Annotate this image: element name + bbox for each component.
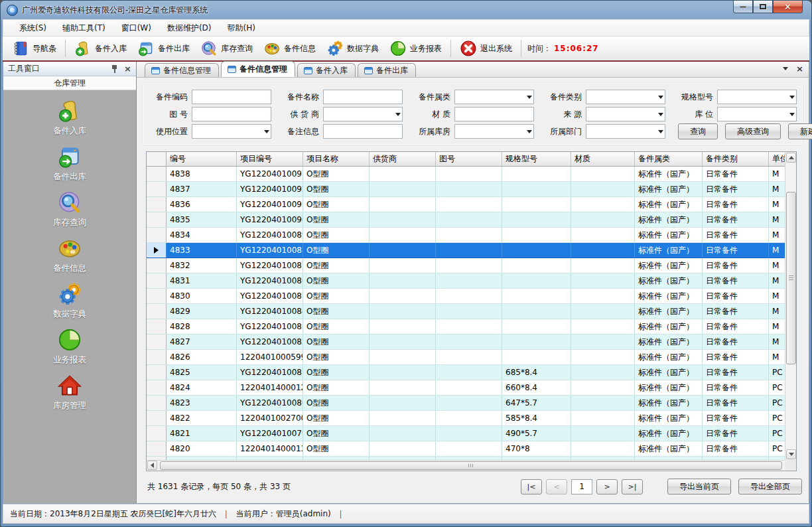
- menu-item-帮助H[interactable]: 帮助(H): [220, 20, 263, 37]
- table-row[interactable]: 4835YG12204010090O型圈标准件（国产）日常备件M: [147, 212, 785, 228]
- toolbar-button-query[interactable]: 库存查询: [195, 38, 258, 58]
- sidebar-item-数据字典[interactable]: 数据字典: [23, 281, 116, 327]
- row-selector[interactable]: [147, 228, 167, 242]
- table-row[interactable]: 4838YG12204010093O型圈标准件（国产）日常备件M: [147, 167, 785, 182]
- sidebar-item-备件信息[interactable]: 备件信息: [23, 236, 116, 281]
- row-selector[interactable]: [147, 426, 167, 441]
- table-row[interactable]: 4821YG12204010079O型圈490*5.7标准件（国产）日常备件PC: [147, 426, 785, 441]
- tab-备件信息管理-1[interactable]: 备件信息管理: [221, 61, 295, 77]
- row-selector[interactable]: [147, 289, 167, 303]
- row-selector[interactable]: [147, 335, 167, 349]
- table-row[interactable]: 48221220401002700O型圈585*8.4标准件（国产）日常备件PC: [147, 411, 785, 426]
- select-库位[interactable]: [717, 107, 797, 121]
- row-selector[interactable]: [147, 243, 167, 258]
- input-备件编码[interactable]: [192, 90, 271, 104]
- first-page-button[interactable]: |<: [521, 479, 542, 494]
- maximize-button[interactable]: [753, 1, 773, 13]
- row-selector[interactable]: [147, 304, 167, 319]
- row-selector[interactable]: [147, 319, 167, 334]
- column-header-备件类别[interactable]: 备件类别: [703, 152, 769, 166]
- sidebar-item-业务报表[interactable]: 业务报表: [23, 327, 116, 373]
- select-供货商[interactable]: [323, 107, 403, 121]
- select-规格型号[interactable]: [717, 90, 797, 104]
- toolbar-button-outbound[interactable]: 备件出库: [132, 38, 195, 58]
- last-page-button[interactable]: >|: [622, 479, 643, 494]
- column-header-项目编号[interactable]: 项目编号: [237, 152, 303, 166]
- tab-close-icon[interactable]: ×: [796, 64, 803, 73]
- toolbar-button-info[interactable]: 备件信息: [258, 38, 321, 58]
- sidebar-item-备件出库[interactable]: 备件出库: [23, 144, 116, 190]
- tab-备件信息管理-0[interactable]: 备件信息管理: [145, 63, 219, 77]
- row-selector[interactable]: [147, 273, 167, 288]
- toolbar-button-report[interactable]: 业务报表: [384, 38, 447, 58]
- export-all-pages-button[interactable]: 导出全部页: [738, 479, 802, 494]
- row-selector[interactable]: [147, 441, 167, 456]
- export-current-page-button[interactable]: 导出当前页: [667, 479, 731, 494]
- menu-item-系统S[interactable]: 系统(S): [11, 20, 54, 37]
- table-row[interactable]: 48201220401400013O型圈470*8标准件（国产）日常备件PC: [147, 441, 785, 457]
- minimize-button[interactable]: [733, 1, 753, 13]
- sidebar-item-库存查询[interactable]: 库存查询: [23, 190, 116, 236]
- row-selector[interactable]: [147, 182, 167, 196]
- page-number-input[interactable]: [571, 479, 592, 494]
- row-selector[interactable]: [147, 197, 167, 212]
- pin-icon[interactable]: [111, 65, 118, 73]
- table-row[interactable]: 48241220401400012O型圈660*8.4标准件（国产）日常备件PC: [147, 380, 785, 396]
- row-selector[interactable]: [147, 350, 167, 364]
- input-材质[interactable]: [454, 107, 534, 121]
- column-header-项目名称[interactable]: 项目名称: [303, 152, 370, 166]
- vertical-scrollbar[interactable]: [785, 152, 796, 460]
- vertical-scroll-thumb[interactable]: [786, 192, 796, 364]
- row-selector[interactable]: [147, 411, 167, 425]
- close-button[interactable]: ✕: [773, 1, 803, 13]
- row-selector[interactable]: [147, 258, 167, 273]
- column-header-供货商[interactable]: 供货商: [370, 152, 436, 166]
- next-page-button[interactable]: >: [596, 479, 618, 494]
- row-selector[interactable]: [147, 167, 167, 181]
- menu-item-辅助工具T[interactable]: 辅助工具(T): [54, 20, 113, 37]
- sidebar-item-备件入库[interactable]: 备件入库: [23, 98, 116, 144]
- menu-item-数据维护D[interactable]: 数据维护(D): [159, 20, 220, 37]
- select-来源[interactable]: [586, 107, 665, 121]
- tab-list-dropdown-icon[interactable]: [783, 67, 788, 70]
- toolbar-button-dict[interactable]: 数据字典: [321, 38, 384, 58]
- table-row[interactable]: 48261220401000599O型圈标准件（国产）日常备件M: [147, 350, 785, 365]
- sidebar-section-header[interactable]: 仓库管理: [3, 76, 136, 90]
- table-row[interactable]: 4832YG12204010087O型圈标准件（国产）日常备件M: [147, 258, 785, 273]
- select-所属部门[interactable]: [586, 124, 665, 139]
- form-button-查询[interactable]: 查询: [678, 123, 718, 139]
- row-selector[interactable]: [147, 380, 167, 395]
- column-header-编号[interactable]: 编号: [167, 152, 237, 166]
- row-selector[interactable]: [147, 212, 167, 227]
- column-header-图号[interactable]: 图号: [436, 152, 502, 166]
- table-row[interactable]: 4829YG12204010084O型圈标准件（国产）日常备件M: [147, 304, 785, 319]
- toolbar-button-exit[interactable]: 退出系统: [454, 38, 517, 58]
- input-备注信息[interactable]: [323, 124, 403, 139]
- horizontal-scrollbar[interactable]: [147, 460, 785, 471]
- table-row[interactable]: 4823YG12204010080O型圈647*5.7标准件（国产）日常备件PC: [147, 396, 785, 411]
- form-button-高级查询[interactable]: 高级查询: [725, 123, 781, 139]
- scroll-down-icon[interactable]: [786, 449, 796, 459]
- sidebar-close-icon[interactable]: ×: [124, 64, 131, 73]
- tab-备件出库-3[interactable]: 备件出库: [358, 63, 416, 77]
- select-使用位置[interactable]: [192, 124, 271, 139]
- table-row[interactable]: 4834YG12204010089O型圈标准件（国产）日常备件M: [147, 228, 785, 243]
- toolbar-button-inbound[interactable]: 备件入库: [69, 38, 132, 58]
- scroll-up-icon[interactable]: [786, 153, 796, 163]
- tab-备件入库-2[interactable]: 备件入库: [297, 63, 356, 77]
- column-header-单位[interactable]: 单位: [769, 152, 785, 166]
- table-row[interactable]: 4825YG12204010081O型圈685*8.4标准件（国产）日常备件PC: [147, 365, 785, 380]
- column-header-规格型号[interactable]: 规格型号: [502, 152, 571, 166]
- column-header-材质[interactable]: 材质: [571, 152, 635, 166]
- table-row-selected[interactable]: 4833YG12204010088O型圈标准件（国产）日常备件M: [147, 243, 785, 258]
- horizontal-scroll-thumb[interactable]: [160, 461, 782, 470]
- scroll-left-icon[interactable]: [147, 461, 157, 470]
- column-header-备件属类[interactable]: 备件属类: [635, 152, 703, 166]
- table-row[interactable]: 4831YG12204010086O型圈标准件（国产）日常备件M: [147, 273, 785, 289]
- sidebar-item-库房管理[interactable]: 库房管理: [23, 373, 116, 419]
- row-selector[interactable]: [147, 365, 167, 380]
- toolbar-button-navbar[interactable]: 导航条: [7, 38, 62, 58]
- select-备件类别[interactable]: [586, 90, 665, 104]
- form-button-新建[interactable]: 新建: [788, 123, 812, 139]
- table-row[interactable]: 4827YG12204010082O型圈标准件（国产）日常备件M: [147, 335, 785, 350]
